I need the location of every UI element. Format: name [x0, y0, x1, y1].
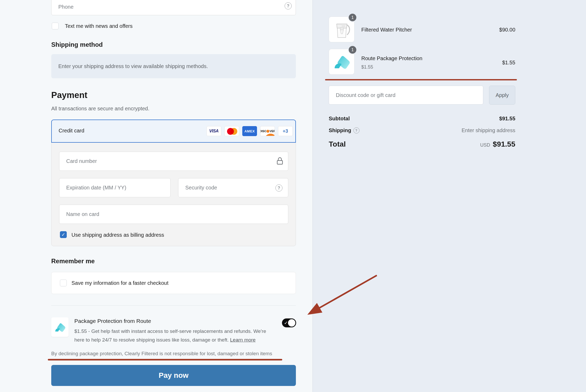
item-price: $1.55 — [463, 60, 515, 66]
billing-address-checkbox[interactable]: ✓ — [60, 231, 67, 238]
sms-optin-checkbox[interactable] — [52, 23, 59, 29]
item-unit-price: $1.55 — [361, 64, 373, 70]
shipping-label: Shipping ? — [329, 127, 359, 133]
toggle-check-icon: ✓ — [284, 320, 288, 326]
name-on-card-field[interactable] — [59, 205, 288, 224]
card-number-field[interactable] — [59, 152, 288, 171]
item-qty-badge: 1 — [348, 45, 357, 54]
shipping-method-heading: Shipping method — [51, 41, 103, 48]
expiration-input[interactable] — [59, 178, 170, 197]
remember-me-heading: Remember me — [51, 257, 95, 265]
route-protection-toggle[interactable]: ✓ — [282, 318, 296, 327]
shipping-help-icon[interactable]: ? — [353, 127, 359, 133]
payment-subheading: All transactions are secure and encrypte… — [51, 106, 150, 112]
security-code-input[interactable] — [178, 178, 288, 197]
expiration-field[interactable] — [59, 178, 171, 197]
credit-card-label: Credit card — [59, 128, 84, 134]
card-number-input[interactable] — [59, 152, 288, 171]
pay-now-button[interactable]: Pay now — [51, 365, 296, 386]
shipping-value: Enter shipping address — [410, 127, 515, 133]
route-logo-icon — [53, 320, 67, 334]
total-value-row: USD $91.55 — [410, 140, 515, 148]
route-title: Package Protection from Route — [74, 318, 151, 324]
apply-button[interactable]: Apply — [489, 86, 515, 105]
save-info-label: Save my information for a faster checkou… — [71, 280, 168, 286]
name-on-card-input[interactable] — [59, 205, 288, 224]
section-divider — [51, 305, 296, 306]
decline-note: By declining package protection, Clearly… — [51, 351, 272, 357]
phone-field[interactable] — [51, 0, 296, 15]
billing-address-label: Use shipping address as billing address — [71, 232, 164, 238]
item-name: Route Package Protection — [361, 55, 422, 61]
payment-heading: Payment — [51, 90, 88, 100]
more-cards-badge[interactable]: +3 — [278, 126, 293, 136]
lock-icon — [276, 157, 283, 165]
currency-code: USD — [480, 142, 490, 148]
sms-optin-label: Text me with news and offers — [65, 23, 133, 29]
toggle-knob — [288, 319, 295, 327]
amex-icon: AMEX — [242, 126, 257, 136]
subtotal-value: $91.55 — [463, 116, 515, 122]
route-logo-image — [331, 51, 352, 72]
discount-code-input[interactable] — [329, 86, 483, 104]
annotation-underline-decline — [48, 359, 282, 360]
checkout-page: ? Text me with news and offers Shipping … — [0, 0, 586, 392]
phone-input[interactable] — [52, 0, 296, 15]
total-label: Total — [329, 140, 346, 148]
item-name: Filtered Water Pitcher — [361, 27, 412, 33]
mastercard-icon — [224, 126, 239, 136]
annotation-underline-items — [325, 79, 517, 80]
credit-card-option[interactable]: Credit card VISA AMEX DISCVER +3 — [51, 120, 296, 143]
item-price: $90.00 — [463, 27, 515, 33]
save-info-checkbox[interactable] — [60, 280, 67, 286]
learn-more-link[interactable]: Learn more — [230, 337, 256, 343]
security-code-help-icon[interactable]: ? — [275, 184, 282, 192]
water-pitcher-image — [330, 18, 353, 41]
route-logo-tile — [51, 317, 69, 337]
security-code-field[interactable] — [178, 178, 288, 197]
total-value: $91.55 — [493, 140, 515, 148]
discover-icon: DISCVER — [260, 126, 275, 136]
discount-code-field[interactable] — [329, 86, 483, 105]
route-description: $1.55 - Get help fast with instant acces… — [74, 327, 270, 344]
visa-icon: VISA — [207, 126, 221, 136]
phone-help-icon[interactable]: ? — [285, 2, 292, 9]
item-qty-badge: 1 — [348, 13, 357, 22]
shipping-method-notice: Enter your shipping address to view avai… — [51, 54, 296, 78]
subtotal-label: Subtotal — [329, 116, 350, 122]
